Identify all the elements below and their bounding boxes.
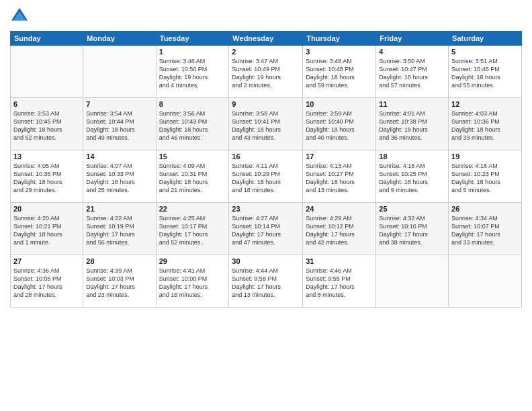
calendar-day-cell: 21Sunrise: 4:22 AM Sunset: 10:19 PM Dayl… (83, 203, 156, 255)
calendar-table: SundayMondayTuesdayWednesdayThursdayFrid… (10, 31, 522, 308)
calendar-day-cell (11, 46, 83, 98)
calendar-day-cell: 4Sunrise: 3:50 AM Sunset: 10:47 PM Dayli… (376, 46, 449, 98)
day-number: 10 (306, 100, 373, 108)
header (10, 7, 522, 26)
weekday-header: Tuesday (156, 32, 229, 46)
calendar-day-cell: 10Sunrise: 3:59 AM Sunset: 10:40 PM Dayl… (303, 98, 376, 150)
day-info: Sunrise: 4:41 AM Sunset: 10:00 PM Daylig… (159, 267, 226, 300)
calendar-day-cell: 31Sunrise: 4:46 AM Sunset: 9:55 PM Dayli… (303, 255, 376, 308)
calendar-day-cell: 3Sunrise: 3:48 AM Sunset: 10:48 PM Dayli… (303, 46, 376, 98)
calendar-day-cell: 17Sunrise: 4:13 AM Sunset: 10:27 PM Dayl… (303, 150, 376, 203)
calendar-day-cell: 15Sunrise: 4:09 AM Sunset: 10:31 PM Dayl… (156, 150, 229, 203)
day-info: Sunrise: 4:07 AM Sunset: 10:33 PM Daylig… (86, 162, 152, 195)
day-info: Sunrise: 3:46 AM Sunset: 10:50 PM Daylig… (159, 57, 226, 90)
day-info: Sunrise: 4:13 AM Sunset: 10:27 PM Daylig… (306, 162, 373, 195)
calendar-day-cell: 13Sunrise: 4:05 AM Sunset: 10:35 PM Dayl… (11, 150, 83, 203)
day-info: Sunrise: 3:53 AM Sunset: 10:45 PM Daylig… (13, 109, 80, 142)
day-info: Sunrise: 4:11 AM Sunset: 10:29 PM Daylig… (232, 162, 300, 195)
day-info: Sunrise: 4:09 AM Sunset: 10:31 PM Daylig… (159, 162, 226, 195)
calendar-day-cell: 6Sunrise: 3:53 AM Sunset: 10:45 PM Dayli… (11, 98, 83, 150)
logo (10, 7, 32, 26)
calendar-day-cell (449, 255, 522, 308)
day-info: Sunrise: 4:34 AM Sunset: 10:07 PM Daylig… (451, 214, 519, 247)
day-number: 3 (306, 48, 373, 56)
day-info: Sunrise: 3:48 AM Sunset: 10:48 PM Daylig… (306, 57, 373, 90)
calendar-day-cell: 18Sunrise: 4:16 AM Sunset: 10:25 PM Dayl… (376, 150, 449, 203)
calendar-day-cell: 8Sunrise: 3:56 AM Sunset: 10:43 PM Dayli… (156, 98, 229, 150)
calendar-day-cell: 25Sunrise: 4:32 AM Sunset: 10:10 PM Dayl… (376, 203, 449, 255)
day-info: Sunrise: 3:59 AM Sunset: 10:40 PM Daylig… (306, 109, 373, 142)
calendar-day-cell: 5Sunrise: 3:51 AM Sunset: 10:46 PM Dayli… (449, 46, 522, 98)
day-info: Sunrise: 4:18 AM Sunset: 10:23 PM Daylig… (451, 162, 519, 195)
calendar-week-row: 27Sunrise: 4:36 AM Sunset: 10:05 PM Dayl… (11, 255, 522, 308)
day-number: 9 (232, 100, 300, 108)
day-number: 16 (232, 152, 300, 161)
day-number: 29 (159, 257, 226, 265)
day-number: 20 (13, 205, 80, 213)
day-number: 5 (451, 48, 519, 56)
day-number: 7 (86, 100, 152, 108)
calendar-day-cell: 24Sunrise: 4:29 AM Sunset: 10:12 PM Dayl… (303, 203, 376, 255)
day-info: Sunrise: 3:51 AM Sunset: 10:46 PM Daylig… (451, 57, 519, 90)
calendar-day-cell: 16Sunrise: 4:11 AM Sunset: 10:29 PM Dayl… (229, 150, 303, 203)
day-number: 31 (306, 257, 373, 265)
calendar-day-cell: 9Sunrise: 3:58 AM Sunset: 10:41 PM Dayli… (229, 98, 303, 150)
day-number: 6 (13, 100, 80, 108)
day-number: 22 (159, 205, 226, 213)
calendar-day-cell: 27Sunrise: 4:36 AM Sunset: 10:05 PM Dayl… (11, 255, 83, 308)
day-number: 2 (232, 48, 300, 56)
calendar-day-cell: 1Sunrise: 3:46 AM Sunset: 10:50 PM Dayli… (156, 46, 229, 98)
weekday-header: Thursday (303, 32, 376, 46)
day-number: 21 (86, 205, 152, 213)
day-number: 27 (13, 257, 80, 265)
calendar-day-cell: 26Sunrise: 4:34 AM Sunset: 10:07 PM Dayl… (449, 203, 522, 255)
day-info: Sunrise: 4:25 AM Sunset: 10:17 PM Daylig… (159, 214, 226, 247)
calendar-day-cell: 19Sunrise: 4:18 AM Sunset: 10:23 PM Dayl… (449, 150, 522, 203)
calendar-day-cell: 29Sunrise: 4:41 AM Sunset: 10:00 PM Dayl… (156, 255, 229, 308)
calendar-day-cell: 22Sunrise: 4:25 AM Sunset: 10:17 PM Dayl… (156, 203, 229, 255)
day-info: Sunrise: 4:39 AM Sunset: 10:03 PM Daylig… (86, 267, 152, 300)
day-number: 4 (379, 48, 445, 56)
calendar-day-cell (376, 255, 449, 308)
day-number: 13 (13, 152, 80, 161)
calendar-day-cell: 12Sunrise: 4:03 AM Sunset: 10:36 PM Dayl… (449, 98, 522, 150)
calendar-day-cell: 23Sunrise: 4:27 AM Sunset: 10:14 PM Dayl… (229, 203, 303, 255)
weekday-header: Sunday (11, 32, 83, 46)
day-number: 8 (159, 100, 226, 108)
day-number: 19 (451, 152, 519, 161)
calendar-header-row: SundayMondayTuesdayWednesdayThursdayFrid… (11, 32, 522, 46)
day-number: 12 (451, 100, 519, 108)
day-info: Sunrise: 3:50 AM Sunset: 10:47 PM Daylig… (379, 57, 445, 90)
day-info: Sunrise: 4:32 AM Sunset: 10:10 PM Daylig… (379, 214, 445, 247)
day-number: 24 (306, 205, 373, 213)
day-number: 18 (379, 152, 445, 161)
weekday-header: Friday (376, 32, 449, 46)
calendar-day-cell: 11Sunrise: 4:01 AM Sunset: 10:38 PM Dayl… (376, 98, 449, 150)
day-info: Sunrise: 4:44 AM Sunset: 9:58 PM Dayligh… (232, 267, 300, 300)
calendar-week-row: 20Sunrise: 4:20 AM Sunset: 10:21 PM Dayl… (11, 203, 522, 255)
calendar-day-cell: 14Sunrise: 4:07 AM Sunset: 10:33 PM Dayl… (83, 150, 156, 203)
day-info: Sunrise: 3:54 AM Sunset: 10:44 PM Daylig… (86, 109, 152, 142)
calendar-day-cell: 7Sunrise: 3:54 AM Sunset: 10:44 PM Dayli… (83, 98, 156, 150)
day-info: Sunrise: 3:47 AM Sunset: 10:49 PM Daylig… (232, 57, 300, 90)
day-info: Sunrise: 4:46 AM Sunset: 9:55 PM Dayligh… (306, 267, 373, 300)
day-number: 11 (379, 100, 445, 108)
day-info: Sunrise: 4:27 AM Sunset: 10:14 PM Daylig… (232, 214, 300, 247)
weekday-header: Wednesday (229, 32, 303, 46)
page: SundayMondayTuesdayWednesdayThursdayFrid… (0, 0, 532, 411)
day-number: 23 (232, 205, 300, 213)
day-info: Sunrise: 4:16 AM Sunset: 10:25 PM Daylig… (379, 162, 445, 195)
calendar-week-row: 13Sunrise: 4:05 AM Sunset: 10:35 PM Dayl… (11, 150, 522, 203)
calendar-week-row: 1Sunrise: 3:46 AM Sunset: 10:50 PM Dayli… (11, 46, 522, 98)
day-info: Sunrise: 4:05 AM Sunset: 10:35 PM Daylig… (13, 162, 80, 195)
day-number: 17 (306, 152, 373, 161)
day-info: Sunrise: 3:56 AM Sunset: 10:43 PM Daylig… (159, 109, 226, 142)
day-info: Sunrise: 3:58 AM Sunset: 10:41 PM Daylig… (232, 109, 300, 142)
weekday-header: Saturday (449, 32, 522, 46)
day-info: Sunrise: 4:22 AM Sunset: 10:19 PM Daylig… (86, 214, 152, 247)
calendar-day-cell: 2Sunrise: 3:47 AM Sunset: 10:49 PM Dayli… (229, 46, 303, 98)
logo-icon (10, 7, 29, 26)
day-info: Sunrise: 4:01 AM Sunset: 10:38 PM Daylig… (379, 109, 445, 142)
day-number: 14 (86, 152, 152, 161)
calendar-day-cell: 28Sunrise: 4:39 AM Sunset: 10:03 PM Dayl… (83, 255, 156, 308)
